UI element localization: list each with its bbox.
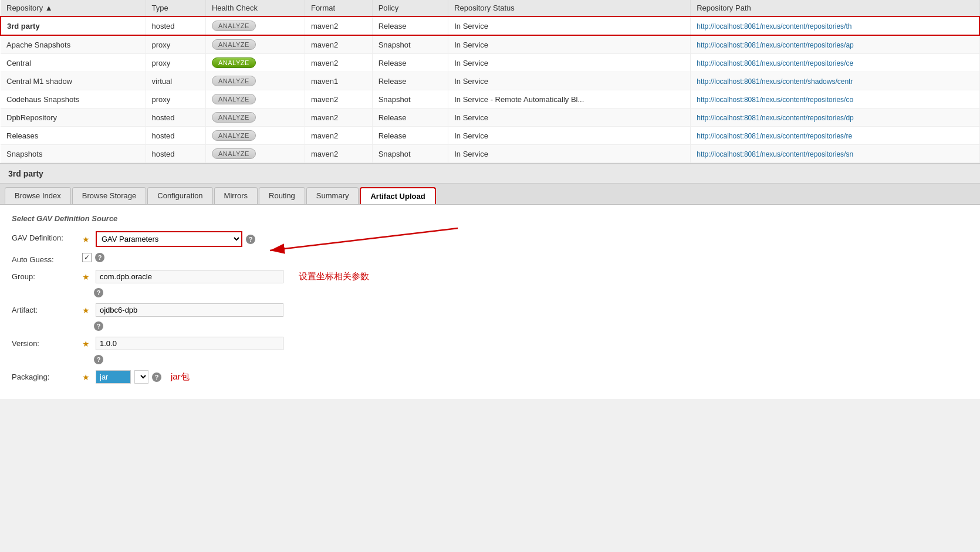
- repo-path-link[interactable]: http://localhost:8081/nexus/content/repo…: [697, 96, 853, 104]
- col-type[interactable]: Type: [146, 0, 205, 16]
- gav-definition-select[interactable]: GAV ParametersFrom POMFrom Filename: [96, 231, 242, 247]
- gav-definition-row: GAV Definition: ★ GAV ParametersFrom POM…: [12, 231, 968, 247]
- table-row[interactable]: DpbRepositoryhostedANALYZEmaven2ReleaseI…: [1, 109, 979, 127]
- artifact-input[interactable]: [96, 303, 283, 317]
- repo-health-cell: ANALYZE: [205, 127, 305, 145]
- repo-status-cell: In Service: [448, 35, 691, 54]
- table-row[interactable]: SnapshotshostedANALYZEmaven2SnapshotIn S…: [1, 145, 979, 163]
- group-input[interactable]: [96, 270, 283, 283]
- analyze-button[interactable]: ANALYZE: [212, 76, 256, 86]
- detail-title: 3rd party: [0, 164, 980, 184]
- repo-policy-cell: Release: [372, 54, 448, 72]
- repo-name-cell: Codehaus Snapshots: [1, 90, 146, 109]
- analyze-button[interactable]: ANALYZE: [212, 130, 256, 141]
- artifact-controls-inline: ★: [82, 303, 283, 317]
- table-row[interactable]: Apache SnapshotsproxyANALYZEmaven2Snapsh…: [1, 35, 979, 54]
- repo-path-cell: http://localhost:8081/nexus/content/shad…: [691, 72, 979, 90]
- table-row[interactable]: CentralproxyANALYZEmaven2ReleaseIn Servi…: [1, 54, 979, 72]
- table-row[interactable]: ReleaseshostedANALYZEmaven2ReleaseIn Ser…: [1, 127, 979, 145]
- auto-guess-checkbox[interactable]: ✓: [82, 253, 92, 262]
- tab-routing[interactable]: Routing: [259, 187, 305, 204]
- repo-health-cell: ANALYZE: [205, 90, 305, 109]
- tabs-bar: Browse IndexBrowse StorageConfigurationM…: [0, 184, 980, 205]
- repo-path-link[interactable]: http://localhost:8081/nexus/content/repo…: [697, 59, 853, 67]
- repo-type-cell: hosted: [146, 109, 205, 127]
- repo-policy-cell: Release: [372, 109, 448, 127]
- repo-name-cell: Central M1 shadow: [1, 72, 146, 90]
- repo-health-cell: ANALYZE: [205, 72, 305, 90]
- table-row[interactable]: Central M1 shadowvirtualANALYZEmaven1Rel…: [1, 72, 979, 90]
- analyze-button[interactable]: ANALYZE: [212, 39, 256, 50]
- analyze-button[interactable]: ANALYZE: [212, 21, 256, 31]
- artifact-required-star: ★: [82, 306, 90, 315]
- repo-type-cell: hosted: [146, 145, 205, 163]
- repo-path-link[interactable]: http://localhost:8081/nexus/content/repo…: [697, 150, 853, 158]
- col-health-check[interactable]: Health Check: [205, 0, 305, 16]
- tab-browse-index[interactable]: Browse Index: [5, 187, 71, 204]
- packaging-required-star: ★: [82, 372, 90, 382]
- group-help-icon[interactable]: ?: [94, 288, 103, 297]
- col-repository[interactable]: Repository ▲: [1, 0, 146, 16]
- repo-status-cell: In Service: [448, 109, 691, 127]
- version-controls-inline: ★: [82, 337, 283, 350]
- version-label: Version:: [12, 337, 82, 348]
- repo-path-link[interactable]: http://localhost:8081/nexus/content/shad…: [697, 77, 853, 86]
- tab-mirrors[interactable]: Mirrors: [214, 187, 258, 204]
- version-input[interactable]: [96, 337, 283, 350]
- version-help-icon[interactable]: ?: [94, 355, 103, 364]
- section-label: Select GAV Definition Source: [12, 214, 968, 223]
- form-area-wrapper: Select GAV Definition Source GAV Definit…: [0, 205, 980, 399]
- group-row: Group: ★ 设置坐标相关参数 ?: [12, 270, 968, 297]
- gav-controls: ★ GAV ParametersFrom POMFrom Filename ?: [82, 231, 255, 247]
- tab-summary[interactable]: Summary: [306, 187, 359, 204]
- packaging-row: Packaging: ★ ▼ ? jar包: [12, 370, 968, 384]
- repo-format-cell: maven2: [305, 90, 372, 109]
- repo-path-link[interactable]: http://localhost:8081/nexus/content/repo…: [697, 41, 854, 49]
- repo-name-cell: Snapshots: [1, 145, 146, 163]
- col-path[interactable]: Repository Path: [691, 0, 979, 16]
- packaging-help-icon[interactable]: ?: [152, 372, 161, 382]
- artifact-help-icon[interactable]: ?: [94, 321, 103, 331]
- repo-path-link[interactable]: http://localhost:8081/nexus/content/repo…: [697, 22, 851, 31]
- analyze-button[interactable]: ANALYZE: [212, 112, 256, 123]
- packaging-select[interactable]: ▼: [134, 370, 148, 384]
- repo-path-cell: http://localhost:8081/nexus/content/repo…: [691, 145, 979, 163]
- tab-browse-storage[interactable]: Browse Storage: [72, 187, 147, 204]
- analyze-button[interactable]: ANALYZE: [212, 94, 256, 104]
- repo-type-cell: proxy: [146, 54, 205, 72]
- repo-name-cell: DpbRepository: [1, 109, 146, 127]
- repo-status-cell: In Service: [448, 54, 691, 72]
- repo-status-cell: In Service: [448, 145, 691, 163]
- analyze-button[interactable]: ANALYZE: [212, 57, 256, 68]
- repo-type-cell: virtual: [146, 72, 205, 90]
- repo-path-cell: http://localhost:8081/nexus/content/repo…: [691, 109, 979, 127]
- repo-health-cell: ANALYZE: [205, 54, 305, 72]
- repo-format-cell: maven1: [305, 72, 372, 90]
- repo-format-cell: maven2: [305, 127, 372, 145]
- detail-section: 3rd party Browse IndexBrowse StorageConf…: [0, 163, 980, 399]
- gav-label: GAV Definition:: [12, 231, 82, 242]
- tab-artifact-upload[interactable]: Artifact Upload: [360, 187, 435, 204]
- form-area: Select GAV Definition Source GAV Definit…: [0, 205, 980, 399]
- analyze-button[interactable]: ANALYZE: [212, 148, 256, 159]
- col-status[interactable]: Repository Status: [448, 0, 691, 16]
- col-policy[interactable]: Policy: [372, 0, 448, 16]
- repo-path-link[interactable]: http://localhost:8081/nexus/content/repo…: [697, 132, 852, 140]
- chinese-annotation1: 设置坐标相关参数: [299, 271, 369, 282]
- table-row[interactable]: Codehaus SnapshotsproxyANALYZEmaven2Snap…: [1, 90, 979, 109]
- auto-guess-help-icon[interactable]: ?: [95, 253, 104, 262]
- jar-note: jar包: [171, 371, 190, 382]
- auto-guess-controls: ✓ ?: [82, 253, 104, 262]
- packaging-input[interactable]: [96, 370, 131, 384]
- repo-health-cell: ANALYZE: [205, 109, 305, 127]
- col-format[interactable]: Format: [305, 0, 372, 16]
- repo-name-cell: 3rd party: [1, 16, 146, 35]
- tab-configuration[interactable]: Configuration: [147, 187, 212, 204]
- repo-path-cell: http://localhost:8081/nexus/content/repo…: [691, 90, 979, 109]
- packaging-label: Packaging:: [12, 370, 82, 381]
- repo-path-link[interactable]: http://localhost:8081/nexus/content/repo…: [697, 114, 854, 122]
- repo-name-cell: Releases: [1, 127, 146, 145]
- repo-type-cell: hosted: [146, 127, 205, 145]
- gav-help-icon[interactable]: ?: [246, 235, 255, 244]
- table-row[interactable]: 3rd partyhostedANALYZEmaven2ReleaseIn Se…: [1, 16, 979, 35]
